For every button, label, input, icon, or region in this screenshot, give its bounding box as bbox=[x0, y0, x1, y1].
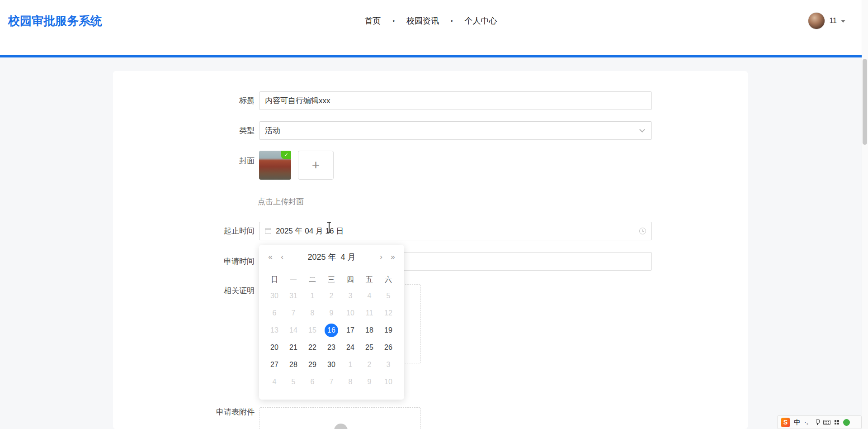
emoji-icon[interactable] bbox=[843, 419, 850, 426]
calendar-day[interactable]: 29 bbox=[303, 356, 322, 373]
calendar-day: 10 bbox=[379, 373, 398, 391]
calendar-day: 6 bbox=[265, 305, 284, 322]
calendar-day: 1 bbox=[341, 356, 360, 373]
toolbox-grid-icon[interactable] bbox=[834, 419, 840, 425]
calendar-day: 4 bbox=[265, 373, 284, 391]
calendar-day[interactable]: 23 bbox=[322, 339, 341, 356]
calendar-day: 14 bbox=[284, 322, 303, 339]
caret-down-icon bbox=[841, 20, 845, 23]
title-input[interactable]: 内容可自行编辑xxx bbox=[259, 91, 652, 110]
calendar-day: 2 bbox=[322, 287, 341, 305]
calendar-day[interactable]: 27 bbox=[265, 356, 284, 373]
attachment-upload-area[interactable] bbox=[259, 407, 421, 429]
scrollbar-track bbox=[862, 0, 868, 429]
calendar-day: 1 bbox=[303, 287, 322, 305]
calendar-day[interactable]: 18 bbox=[360, 322, 379, 339]
user-name: 11 bbox=[829, 17, 837, 25]
calendar-day: 12 bbox=[379, 305, 398, 322]
calendar-weekday: 一 bbox=[284, 273, 303, 286]
calendar-year-button[interactable]: 2025 年 bbox=[307, 253, 336, 262]
top-header: 校园审批服务系统 首页 • 校园资讯 • 个人中心 11 bbox=[0, 0, 862, 42]
calendar-grid: 3031123456789101112131415161718192021222… bbox=[259, 286, 404, 396]
calendar-day: 2 bbox=[360, 356, 379, 373]
calendar-day: 7 bbox=[284, 305, 303, 322]
cover-thumbnail[interactable]: ✓ bbox=[259, 151, 291, 180]
calendar-day[interactable]: 24 bbox=[341, 339, 360, 356]
ime-punctuation-mode[interactable]: ·。 bbox=[804, 418, 812, 426]
calendar-weekday: 五 bbox=[360, 273, 379, 286]
calendar-day: 31 bbox=[284, 287, 303, 305]
calendar-day: 9 bbox=[360, 373, 379, 391]
calendar-day: 10 bbox=[341, 305, 360, 322]
calendar-icon bbox=[265, 228, 271, 234]
calendar-day[interactable]: 17 bbox=[341, 322, 360, 339]
calendar-day[interactable]: 22 bbox=[303, 339, 322, 356]
calendar-day: 4 bbox=[360, 287, 379, 305]
check-badge-icon: ✓ bbox=[281, 151, 291, 159]
calendar-weekday-row: 日一二三四五六 bbox=[259, 269, 404, 286]
upload-button[interactable] bbox=[334, 424, 348, 429]
calendar-day: 3 bbox=[341, 287, 360, 305]
user-avatar[interactable] bbox=[808, 12, 825, 29]
calendar-weekday: 三 bbox=[322, 273, 341, 286]
next-month-button[interactable]: › bbox=[376, 245, 386, 269]
label-type: 类型 bbox=[140, 125, 255, 136]
add-cover-button[interactable]: + bbox=[298, 151, 334, 180]
calendar-weekday: 二 bbox=[303, 273, 322, 286]
date-range-value: 2025 年 04 月 16 日 bbox=[265, 226, 344, 236]
label-date-range: 起止时间 bbox=[140, 226, 255, 237]
ime-logo-icon[interactable]: S bbox=[781, 418, 790, 427]
label-title: 标题 bbox=[140, 95, 255, 106]
calendar-day: 11 bbox=[360, 305, 379, 322]
cover-upload-hint: 点击上传封面 bbox=[258, 196, 304, 207]
scrollbar-thumb[interactable] bbox=[863, 59, 867, 145]
brand-title[interactable]: 校园审批服务系统 bbox=[8, 0, 102, 42]
type-select[interactable]: 活动 bbox=[259, 121, 652, 140]
calendar-day: 7 bbox=[322, 373, 341, 391]
calendar-day[interactable]: 30 bbox=[322, 356, 341, 373]
nav-separator-icon: • bbox=[451, 18, 453, 24]
user-menu[interactable]: 11 bbox=[808, 0, 845, 42]
calendar-day[interactable]: 20 bbox=[265, 339, 284, 356]
page: 校园审批服务系统 首页 • 校园资讯 • 个人中心 11 标题 内容可自行编辑x… bbox=[0, 0, 868, 429]
calendar-day[interactable]: 21 bbox=[284, 339, 303, 356]
nav-item-home[interactable]: 首页 bbox=[364, 15, 381, 26]
calendar-day: 5 bbox=[284, 373, 303, 391]
calendar-weekday: 四 bbox=[341, 273, 360, 286]
calendar-day: 9 bbox=[322, 305, 341, 322]
calendar-day: 13 bbox=[265, 322, 284, 339]
nav-item-campus-news[interactable]: 校园资讯 bbox=[406, 15, 439, 26]
nav-item-personal-center[interactable]: 个人中心 bbox=[465, 15, 497, 26]
next-year-button[interactable]: » bbox=[388, 245, 398, 269]
main-nav: 首页 • 校园资讯 • 个人中心 bbox=[364, 0, 497, 42]
calendar-day: 8 bbox=[341, 373, 360, 391]
ime-toolbar: S 中 ·。 bbox=[777, 415, 862, 429]
calendar-weekday: 日 bbox=[265, 273, 284, 286]
text-cursor-pointer bbox=[329, 223, 330, 232]
calendar-weekday: 六 bbox=[379, 273, 398, 286]
calendar-day[interactable]: 28 bbox=[284, 356, 303, 373]
form-card: 标题 内容可自行编辑xxx 类型 活动 封面 ✓ + 点击上传封面 起止时间 2… bbox=[113, 71, 748, 429]
calendar-day[interactable]: 25 bbox=[360, 339, 379, 356]
nav-separator-icon: • bbox=[392, 18, 395, 24]
calendar-day: 15 bbox=[303, 322, 322, 339]
calendar-header: « ‹ 2025 年 4 月 › » bbox=[259, 245, 404, 269]
calendar-day: 30 bbox=[265, 287, 284, 305]
calendar-day: 5 bbox=[379, 287, 398, 305]
label-proof: 相关证明 bbox=[140, 286, 255, 296]
calendar-day: 3 bbox=[379, 356, 398, 373]
calendar-day[interactable]: 19 bbox=[379, 322, 398, 339]
calendar-day[interactable]: 26 bbox=[379, 339, 398, 356]
type-select-value: 活动 bbox=[265, 125, 280, 136]
label-attachment: 申请表附件 bbox=[140, 407, 255, 418]
chevron-down-icon bbox=[639, 127, 645, 133]
date-range-input[interactable]: 2025 年 04 月 16 日 bbox=[259, 222, 652, 240]
label-cover: 封面 bbox=[140, 156, 255, 167]
label-apply-time: 申请时间 bbox=[140, 256, 255, 267]
calendar-day[interactable]: 16 bbox=[322, 322, 341, 339]
ime-language-mode[interactable]: 中 bbox=[794, 418, 801, 427]
keyboard-icon[interactable] bbox=[823, 420, 830, 425]
date-picker-popup: « ‹ 2025 年 4 月 › » 日一二三四五六 3031123456789… bbox=[259, 245, 404, 400]
calendar-month-button[interactable]: 4 月 bbox=[341, 253, 356, 262]
microphone-icon[interactable] bbox=[816, 419, 820, 425]
